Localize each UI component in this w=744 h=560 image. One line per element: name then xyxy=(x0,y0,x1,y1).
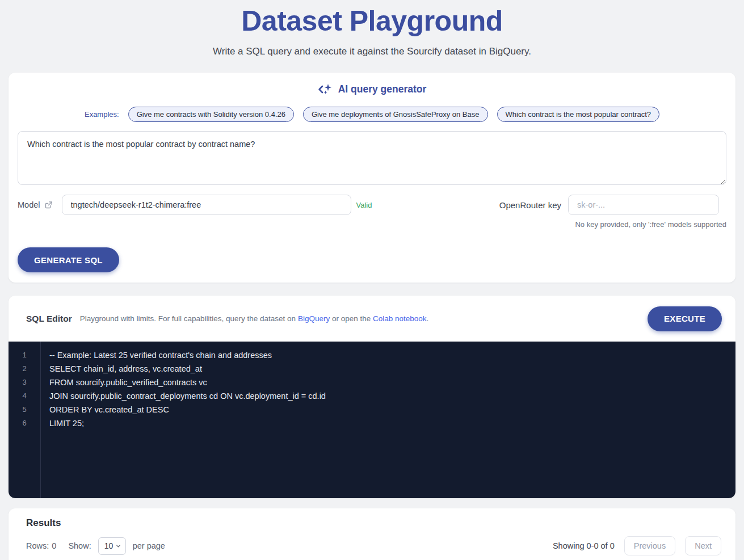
results-controls: Rows: 0 Show: 10 per page Showing 0-0 of… xyxy=(26,536,721,555)
page-size-value: 10 xyxy=(104,541,114,550)
code-sparkle-icon xyxy=(318,83,333,95)
sql-code-editor[interactable]: 1 2 3 4 5 6 -- Example: Latest 25 verifi… xyxy=(9,342,735,498)
generator-header: AI query generator xyxy=(18,83,726,95)
description-suffix: . xyxy=(427,314,429,323)
next-page-button[interactable]: Next xyxy=(685,536,721,555)
description-prefix: Playground with limits. For full capabil… xyxy=(80,314,296,323)
line-number: 1 xyxy=(9,348,40,362)
line-number-gutter: 1 2 3 4 5 6 xyxy=(9,342,41,498)
examples-label: Examples: xyxy=(85,110,119,119)
openrouter-key-label: OpenRouter key xyxy=(499,200,561,210)
sql-editor-description: Playground with limits. For full capabil… xyxy=(80,314,429,323)
rows-label: Rows: xyxy=(26,541,49,550)
code-line: -- Example: Latest 25 verified contract'… xyxy=(49,348,326,362)
code-line: FROM sourcify.public_verified_contracts … xyxy=(49,376,326,389)
ai-query-generator-card: AI query generator Examples: Give me con… xyxy=(9,73,735,283)
showing-range-text: Showing 0-0 of 0 xyxy=(553,541,615,550)
model-status-valid: Valid xyxy=(356,201,372,209)
previous-page-button[interactable]: Previous xyxy=(624,536,675,555)
chevron-down-icon xyxy=(115,543,121,549)
prompt-input[interactable]: Which contract is the most popular contr… xyxy=(18,131,726,185)
model-label: Model xyxy=(18,200,40,209)
bigquery-link[interactable]: BigQuery xyxy=(298,314,330,323)
example-pill-gnosissafeproxy[interactable]: Give me deployments of GnosisSafeProxy o… xyxy=(303,107,488,122)
per-page-label: per page xyxy=(133,541,165,550)
code-lines: -- Example: Latest 25 verified contract'… xyxy=(41,342,326,498)
line-number: 3 xyxy=(9,376,40,389)
sql-editor-header: SQL Editor Playground with limits. For f… xyxy=(9,296,735,342)
line-number: 5 xyxy=(9,403,40,416)
results-card: Results Rows: 0 Show: 10 per page Showin… xyxy=(9,508,735,560)
model-input[interactable] xyxy=(62,195,351,215)
code-line: JOIN sourcify.public_contract_deployment… xyxy=(49,389,326,403)
code-line: SELECT chain_id, address, vc.created_at xyxy=(49,362,326,376)
execute-button[interactable]: EXECUTE xyxy=(648,306,722,331)
results-title: Results xyxy=(26,517,721,529)
colab-notebook-link[interactable]: Colab notebook xyxy=(373,314,427,323)
code-line: LIMIT 25; xyxy=(49,416,326,430)
line-number: 2 xyxy=(9,362,40,376)
openrouter-key-input[interactable] xyxy=(568,195,719,215)
page-size-select[interactable]: 10 xyxy=(98,537,126,555)
code-line: ORDER BY vc.created_at DESC xyxy=(49,403,326,416)
external-link-icon[interactable] xyxy=(44,201,53,209)
model-row: Model Valid OpenRouter key xyxy=(18,195,726,215)
line-number: 6 xyxy=(9,416,40,430)
sql-editor-card: SQL Editor Playground with limits. For f… xyxy=(9,296,735,498)
page-title: Dataset Playground xyxy=(0,5,744,37)
generate-sql-button[interactable]: GENERATE SQL xyxy=(18,247,119,272)
rows-count: 0 xyxy=(52,541,56,550)
description-middle: or open the xyxy=(332,314,371,323)
line-number: 4 xyxy=(9,389,40,403)
example-pill-solidity-version[interactable]: Give me contracts with Solidity version … xyxy=(128,107,294,122)
show-label: Show: xyxy=(68,541,91,550)
example-pill-popular-contract[interactable]: Which contract is the most popular contr… xyxy=(497,107,660,122)
key-helper-text: No key provided, only ':free' models sup… xyxy=(18,220,726,229)
generator-title: AI query generator xyxy=(338,83,427,95)
page-subtitle: Write a SQL query and execute it against… xyxy=(0,46,744,57)
examples-row: Examples: Give me contracts with Solidit… xyxy=(18,107,726,122)
sql-editor-title: SQL Editor xyxy=(26,314,72,324)
